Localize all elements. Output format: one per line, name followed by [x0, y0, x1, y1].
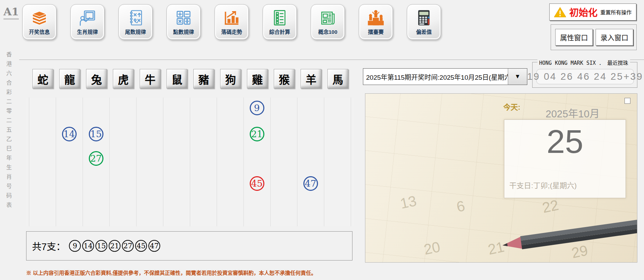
entry-window-button[interactable]: 录入窗口 — [596, 29, 633, 46]
left-vertical-title: 香港六合彩二零二五乙巳年生肖号码表 — [4, 52, 13, 211]
books-icon — [30, 9, 48, 27]
zodiac-button-8[interactable]: 狗 — [220, 69, 241, 88]
zodiac-button-2[interactable]: 龍 — [59, 69, 80, 88]
toolbar-button-checklist[interactable]: 綜合計算 — [263, 4, 297, 40]
grid-column-line — [297, 98, 297, 226]
zodiac-button-6[interactable]: 鼠 — [166, 69, 187, 88]
summary-box: 共7支： 9141521274547 — [26, 231, 352, 260]
zodiac-button-11[interactable]: 羊 — [301, 69, 321, 88]
zodiac-button-1[interactable]: 蛇 — [32, 69, 53, 88]
summary-number-45: 45 — [135, 240, 147, 252]
summary-number-9: 9 — [69, 240, 81, 252]
calendar-day-number: 25 — [504, 123, 626, 161]
zodiac-button-5[interactable]: 牛 — [140, 69, 161, 88]
chart-icon — [223, 9, 241, 27]
calendar-ganzhi-label: 干支日:丁卯;(星期六) — [509, 180, 577, 190]
toolbar-button-books[interactable]: 开奖信息 — [22, 4, 56, 40]
marked-number-9[interactable]: 9 — [250, 101, 264, 115]
draw-select-value: 2025年第115期开奖时间:2025年10月25日(星期六) — [366, 69, 508, 85]
toolbar-button-label: 點數規律 — [173, 28, 194, 35]
toolbar-button-newspaper[interactable]: 概念100 — [311, 4, 345, 40]
toolbar-button-label: 尾数规律 — [125, 28, 146, 35]
grid-column-line — [109, 98, 110, 226]
summary-number-21: 21 — [109, 240, 121, 252]
grid-column-line — [270, 98, 271, 226]
toolbar-button-chart[interactable]: 落碼走勢 — [215, 4, 249, 40]
grid-column-line — [29, 98, 29, 226]
marked-number-15[interactable]: 15 — [89, 127, 103, 141]
grid-column-line — [324, 98, 324, 226]
toolbar-button-label: 开奖信息 — [29, 28, 50, 35]
summary-number-47: 47 — [148, 240, 160, 252]
math-icon — [174, 9, 193, 27]
summary-number-14: 14 — [82, 240, 94, 252]
grid-column-line — [190, 98, 190, 226]
grid-column-line — [243, 98, 244, 226]
calendar-panel: 13620212229 今天: 2025年10月 25 干支日:丁卯;(星期六) — [365, 93, 637, 263]
summary-number-15: 15 — [95, 240, 107, 252]
zodiac-button-9[interactable]: 雞 — [247, 69, 268, 88]
toolbar-button-math[interactable]: 點數規律 — [166, 4, 201, 40]
disclaimer-text: ※ 以上内容引用香港正版六合彩資料,僅提供參考，不保證其正確性，閱覽者若用於投資… — [26, 269, 316, 276]
calculator-icon — [415, 9, 433, 27]
zodiac-button-4[interactable]: 虎 — [113, 69, 134, 88]
checklist-icon — [271, 9, 289, 27]
init-button[interactable]: 初始化 重置所有操作 — [549, 3, 636, 21]
zodiac-number-grid: 9141521274547 — [26, 98, 354, 226]
calendar-day-card: 25 干支日:丁卯;(星期六) — [504, 119, 626, 198]
app-window: A1 开奖信息生肖规律尾数规律點數規律落碼走勢綜合計算概念100擂臺賽偏差值 初… — [0, 0, 644, 280]
warning-icon — [554, 7, 566, 18]
strategy-icon — [126, 9, 145, 27]
init-subtitle: 重置所有操作 — [600, 8, 631, 16]
toolbar-button-podium[interactable]: 擂臺賽 — [359, 4, 393, 40]
latest-draw-numbers: 19 04 26 46 24 25+39 — [536, 69, 634, 84]
grid-column-line — [56, 98, 56, 226]
marked-number-27[interactable]: 27 — [89, 151, 103, 166]
zodiac-button-7[interactable]: 豬 — [193, 69, 214, 88]
chevron-down-icon[interactable]: ▼ — [508, 69, 527, 85]
grid-column-line — [351, 98, 351, 226]
zodiac-button-10[interactable]: 猴 — [274, 69, 295, 88]
marked-number-45[interactable]: 45 — [250, 176, 264, 191]
init-title: 初始化 — [569, 5, 597, 19]
calendar-checkbox[interactable] — [624, 98, 630, 104]
toolbar-button-label: 落碼走勢 — [221, 28, 242, 35]
podium-icon — [367, 9, 385, 27]
window-buttons-group: 属性窗口 录入窗口 — [551, 24, 637, 50]
toolbar-button-strategy[interactable]: 尾数规律 — [118, 4, 153, 40]
marked-number-21[interactable]: 21 — [250, 127, 264, 141]
calendar-today-label: 今天: — [503, 101, 520, 112]
toolbar-button-calculator[interactable]: 偏差值 — [407, 4, 441, 40]
latest-draw-title: HONG KONG MARK SIX ． 最近搅珠 — [537, 59, 630, 66]
grid-column-line — [83, 98, 83, 226]
toolbar-button-label: 概念100 — [318, 28, 337, 35]
marked-number-14[interactable]: 14 — [62, 127, 77, 141]
calendar-faint-date: 13 — [399, 193, 418, 212]
zodiac-button-12[interactable]: 馬 — [327, 69, 348, 88]
newspaper-icon — [319, 9, 337, 27]
corner-label: A1 — [3, 6, 19, 20]
presenter-icon — [78, 9, 96, 27]
grid-column-line — [136, 98, 137, 226]
summary-number-27: 27 — [122, 240, 134, 252]
toolbar-button-label: 擂臺賽 — [368, 28, 383, 35]
calendar-month-label: 2025年10月 — [519, 106, 627, 120]
property-window-button[interactable]: 属性窗口 — [555, 29, 593, 46]
toolbar-button-label: 偏差值 — [416, 28, 432, 35]
toolbar-button-presenter[interactable]: 生肖规律 — [70, 4, 104, 40]
grid-column-line — [217, 98, 217, 226]
calendar-faint-date: 22 — [541, 197, 560, 217]
toolbar-button-label: 生肖规律 — [77, 28, 98, 35]
summary-label: 共7支： — [32, 239, 65, 253]
marked-number-47[interactable]: 47 — [303, 176, 318, 191]
summary-circles: 9141521274547 — [69, 240, 160, 252]
toolbar-button-label: 綜合計算 — [269, 28, 290, 35]
calendar-faint-date: 20 — [422, 239, 442, 258]
zodiac-button-3[interactable]: 兔 — [86, 69, 107, 88]
grid-column-line — [163, 98, 163, 226]
draw-select-dropdown[interactable]: 2025年第115期开奖时间:2025年10月25日(星期六) ▼ — [363, 68, 527, 85]
